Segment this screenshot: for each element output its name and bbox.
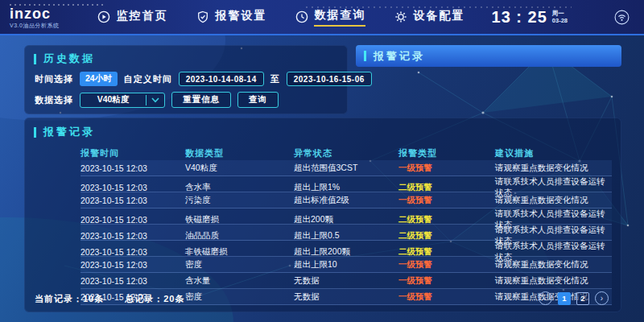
top-bar: inzoc V3.0油品分析系统 监控首页报警设置数据查询设备配置 13 : 2… (0, 0, 644, 35)
to-label: 至 (270, 73, 280, 85)
date-from-input[interactable]: 2023-10-14-08-14 (179, 72, 264, 86)
table-row: 2023-10-15 12:03油品品质超出上限0.5二级预警请联系技术人员排查… (80, 225, 612, 241)
alarm-records-tab[interactable]: 报警记录 (356, 45, 621, 67)
preset-24h-button[interactable]: 24小时 (80, 72, 118, 86)
tab-accent-bar (364, 51, 366, 61)
data-type-cell: 污染度 (185, 195, 294, 206)
logo-subtitle: V3.0油品分析系统 (10, 23, 59, 28)
alarm-tab-title: 报警记录 (374, 49, 425, 64)
main-nav: 监控首页报警设置数据查询设备配置 (97, 8, 464, 27)
table-row: 2023-10-15 12:03密度超出上限10一级预警请观察重点数据变化情况 (80, 257, 612, 273)
column-header: 报警时间 (80, 147, 185, 159)
data-type-cell: V40粘度 (185, 163, 294, 174)
chevron-down-icon (147, 97, 164, 103)
alarm-level-cell: 一级预警 (398, 163, 495, 174)
nav-item-2[interactable]: 报警设置 (196, 8, 266, 27)
abnormal-status-cell: 超出标准值2级 (294, 195, 398, 206)
nav-label: 数据查询 (314, 8, 365, 27)
alarm-time-cell: 2023-10-15 12:03 (80, 260, 185, 270)
table-row: 2023-10-15 12:03污染度超出标准值2级一级预警请观察重点数据变化情… (80, 192, 612, 208)
time-select-label: 时间选择 (35, 73, 73, 85)
data-type-cell: 油品品质 (185, 230, 294, 242)
alarm-level-cell: 一级预警 (398, 195, 495, 206)
custom-time-toggle[interactable]: 自定义时间 (124, 73, 172, 85)
query-button[interactable]: 查询 (237, 92, 279, 108)
alarm-level-cell: 二级预警 (398, 246, 495, 258)
nav-label: 设备配置 (413, 9, 464, 25)
pagination: ‹12› (539, 291, 609, 305)
oil-analysis-dashboard: inzoc V3.0油品分析系统 监控首页报警设置数据查询设备配置 13 : 2… (0, 0, 644, 322)
clock: 13 : 25 周一 03-28 (492, 8, 568, 27)
table-footer: 当前记录：10条 总记录：20条 (35, 293, 185, 305)
abnormal-status-cell: 无数据 (294, 275, 398, 287)
nav-item-4[interactable]: 设备配置 (394, 8, 464, 27)
column-header: 数据类型 (185, 147, 294, 159)
column-header: 报警类型 (398, 147, 495, 159)
alarm-time-cell: 2023-10-15 12:03 (80, 183, 185, 192)
dropdown-selected-value: V40粘度 (80, 94, 146, 105)
reset-button[interactable]: 重置信息 (171, 92, 231, 108)
abnormal-status-cell: 超出上限10 (294, 259, 398, 270)
page-button-2[interactable]: 2 (576, 292, 589, 305)
logo-text: inzoc (10, 6, 59, 21)
shield-check-icon (196, 10, 209, 23)
abnormal-status-cell: 超出上限200颗 (294, 246, 398, 258)
history-panel-title: 历史数据 (43, 52, 95, 66)
clock-weekday: 周一 (552, 10, 568, 17)
alarm-level-cell: 二级预警 (398, 182, 495, 193)
table-row: 2023-10-15 12:03铁磁磨损超出200颗二级预警请联系技术人员排查设… (80, 208, 612, 225)
current-records-count: 当前记录：10条 (35, 293, 104, 305)
abnormal-status-cell: 无数据 (294, 291, 398, 303)
alarm-time-cell: 2023-10-15 12:03 (80, 215, 185, 225)
data-type-cell: 非铁磁磨损 (185, 246, 294, 258)
alarm-time-cell: 2023-10-15 12:03 (80, 163, 185, 173)
clock-time: 13 : 25 (492, 8, 547, 27)
abnormal-status-cell: 超出上限1% (294, 182, 398, 193)
alarm-time-cell: 2023-10-15 12:03 (80, 231, 185, 241)
history-data-panel: 历史数据 时间选择 24小时 自定义时间 2023-10-14-08-14 至 … (24, 45, 348, 114)
alarm-level-cell: 二级预警 (398, 214, 495, 225)
advice-cell: 请观察重点数据变化情况 (495, 163, 612, 174)
data-type-cell: 密度 (185, 291, 294, 303)
section-accent-bar (34, 127, 36, 138)
history-panel-header: 历史数据 (24, 45, 348, 66)
logo: inzoc V3.0油品分析系统 (10, 6, 59, 28)
clock-day: 03-28 (552, 17, 568, 24)
alarm-level-cell: 一级预警 (398, 275, 495, 287)
clock-icon (295, 10, 308, 23)
abnormal-status-cell: 超出上限0.5 (294, 230, 398, 242)
next-page-button[interactable]: › (595, 291, 609, 305)
table-row: 2023-10-15 12:03V40粘度超出范围值3CST一级预警请观察重点数… (80, 160, 612, 176)
prev-page-button[interactable]: ‹ (539, 291, 552, 305)
data-filter-row: 数据选择 V40粘度 重置信息 查询 (35, 92, 348, 108)
advice-cell: 请观察重点数据变化情况 (495, 195, 612, 206)
clock-date: 周一 03-28 (552, 10, 568, 25)
table-row: 2023-10-15 12:03含水率超出上限1%二级预警请联系技术人员排查设备… (80, 176, 612, 192)
gear-icon (394, 10, 407, 23)
advice-cell: 请观察重点数据变化情况 (495, 259, 612, 270)
alarm-time-cell: 2023-10-15 12:03 (80, 276, 185, 286)
alarm-level-cell: 一级预警 (398, 259, 495, 270)
nav-item-3[interactable]: 数据查询 (295, 8, 365, 27)
table-title: 报警记录 (43, 125, 95, 139)
time-filter-row: 时间选择 24小时 自定义时间 2023-10-14-08-14 至 2023-… (35, 72, 348, 86)
table-header-row: 报警时间数据类型异常状态报警类型建议措施 (80, 146, 612, 160)
data-type-cell: 含水量 (185, 275, 294, 287)
nav-label: 报警设置 (215, 9, 266, 25)
wifi-icon (614, 10, 630, 25)
section-accent-bar (34, 54, 36, 64)
abnormal-status-cell: 超出范围值3CST (294, 163, 398, 174)
nav-item-1[interactable]: 监控首页 (97, 8, 167, 27)
data-type-cell: 含水率 (185, 182, 294, 193)
data-select-label: 数据选择 (35, 94, 73, 106)
alarm-table-panel: 报警记录 报警时间数据类型异常状态报警类型建议措施 2023-10-15 12:… (24, 118, 621, 312)
page-button-1[interactable]: 1 (558, 292, 571, 305)
column-header: 建议措施 (495, 147, 612, 159)
column-header: 异常状态 (294, 147, 398, 159)
data-type-dropdown[interactable]: V40粘度 (80, 93, 165, 108)
abnormal-status-cell: 超出200颗 (294, 214, 398, 225)
data-type-cell: 密度 (185, 259, 294, 270)
data-type-cell: 铁磁磨损 (185, 214, 294, 225)
alarm-level-cell: 一级预警 (398, 291, 495, 303)
date-to-input[interactable]: 2023-10-16-15-06 (287, 72, 372, 86)
